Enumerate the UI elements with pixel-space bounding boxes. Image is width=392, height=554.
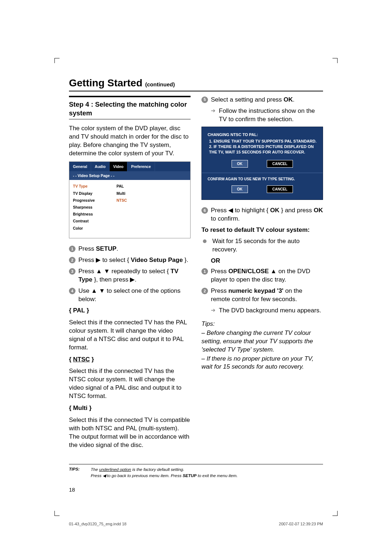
dialog-line2: 2. IF THERE IS A DISTORTED PICTURE DISPL… <box>209 144 317 155</box>
right-column: 5 Select a setting and press OK. ➔ Follo… <box>201 96 323 453</box>
page-title: Getting Started (continued) <box>69 76 323 91</box>
step-text: Select a setting and press <box>211 96 283 103</box>
reset1-pre: Press <box>211 268 228 275</box>
step-body: Use ▲ ▼ to select one of the options bel… <box>78 287 191 304</box>
tips-2: – If there is no proper picture on your … <box>201 355 323 372</box>
step-2: 2Press ▶ to select { Video Setup Page }. <box>69 256 191 264</box>
reset-wait: Wait for 15 seconds for the auto recover… <box>201 237 323 254</box>
option-body: Select this if the connected TV has the … <box>69 319 191 352</box>
arrow-right-icon: ➔ <box>211 107 217 124</box>
step-number-icon: 1 <box>201 268 208 275</box>
cancel-button-2[interactable]: CANCEL <box>267 185 293 193</box>
left-column: Step 4 : Selecting the matching color sy… <box>69 96 191 453</box>
step-number-icon: 5 <box>201 97 208 103</box>
imprint-date: 2007-02-07 12:39:23 PM <box>279 521 323 527</box>
step-number-icon: 1 <box>69 246 75 252</box>
option-body: Select this if the connected TV is compa… <box>69 416 191 450</box>
title-text: Getting Started <box>69 77 142 89</box>
reset-step-1: 1 Press OPEN/CLOSE ▲ on the DVD player t… <box>201 267 323 284</box>
menu-item: Progressive <box>73 197 117 204</box>
step-1: 1Press SETUP. <box>69 245 191 253</box>
tips-block: Tips: – Before changing the current TV c… <box>201 320 323 372</box>
arrow-right-icon: ➔ <box>211 307 217 315</box>
step-3: 3Press ▲ ▼ repeatedly to select { TV Typ… <box>69 267 191 284</box>
menu-item: Color <box>73 225 117 231</box>
ntsc-pal-dialog: CHANGING NTSC TO PAL: 1. ENSURE THAT YOU… <box>201 127 323 200</box>
tab-audio: Audio <box>91 162 110 171</box>
reset-step-2: 2 Press numeric keypad '3' on the remote… <box>201 287 323 304</box>
step-6: 6 Press ◀ to highlight { OK } and press … <box>201 206 323 223</box>
tab-preference: Preference <box>127 162 155 171</box>
ok-bold: OK <box>283 96 293 103</box>
reset-heading: To reset to default TV colour system: <box>201 226 323 234</box>
step-body: Press SETUP. <box>78 245 191 253</box>
step-4: 4Use ▲ ▼ to select one of the options be… <box>69 287 191 304</box>
reset1-bold: OPEN/CLOSE ▲ <box>228 268 277 275</box>
step-number-icon: 2 <box>201 288 208 294</box>
menu-item: Sharpness <box>73 204 117 211</box>
reset2-bold: numeric keypad '3' <box>228 287 283 294</box>
reset2-sub-text: The DVD background menu appears. <box>219 307 321 315</box>
tab-general: General <box>69 162 91 171</box>
menu-item: TV Type <box>73 183 117 190</box>
ok-bold: OK <box>270 207 279 214</box>
crop-mark <box>54 58 60 63</box>
step-5: 5 Select a setting and press OK. <box>201 96 323 104</box>
title-continued: (continued) <box>145 81 175 87</box>
cancel-button[interactable]: CANCEL <box>267 160 293 168</box>
ft-setup-bold: SETUP <box>183 473 196 478</box>
crop-mark <box>54 511 60 516</box>
step-number-icon: 6 <box>201 207 208 214</box>
ok-button-2[interactable]: OK <box>232 185 248 193</box>
ok-bold-2: OK <box>314 207 323 214</box>
step-5-sub-text: Follow the instructions show on the TV t… <box>219 107 323 124</box>
dialog-confirm-text: CONFIRM AGAIN TO USE NEW TV TYPE SETTING… <box>208 177 317 182</box>
bullet-dot-icon <box>203 239 207 243</box>
option-head: { Multi } <box>69 404 191 413</box>
ft-2c: to exit the menu item. <box>197 473 238 478</box>
crop-mark <box>332 511 338 516</box>
dialog-separator <box>202 173 323 173</box>
menu-item: Contrast <box>73 218 117 225</box>
step-5-sub: ➔ Follow the instructions show on the TV… <box>211 107 323 124</box>
ft-underlined: underlined option <box>99 467 131 472</box>
menu-item: Brightness <box>73 211 117 218</box>
step6-text: Press ◀ to highlight { <box>211 207 270 214</box>
step6-post: to confirm. <box>211 215 240 222</box>
menu-item: TV Display <box>73 190 117 197</box>
option-body: Select this if the connected TV has the … <box>69 367 191 401</box>
ft-1b: is the factory default setting. <box>131 467 184 472</box>
step-text-end: . <box>293 96 295 103</box>
tab-video: Video <box>110 162 127 171</box>
step6-mid: } and press <box>279 207 314 214</box>
imprint-file: 01-43_dvp3120_75_eng.indd 18 <box>69 521 126 527</box>
footer-tips-label: TIPS: <box>69 467 91 479</box>
rule <box>69 96 191 97</box>
page-number: 18 <box>69 486 323 493</box>
reset-step-2-sub: ➔ The DVD background menu appears. <box>211 307 323 315</box>
or-label: OR <box>211 257 323 265</box>
crop-mark <box>332 58 338 63</box>
tips-1: – Before changing the current TV colour … <box>201 329 323 354</box>
tips-head: Tips: <box>201 320 323 328</box>
ok-button[interactable]: OK <box>232 160 248 168</box>
ft-2a: Press ◀ to go back to previous menu item… <box>91 473 183 478</box>
ft-1a: The <box>91 467 99 472</box>
step4-heading: Step 4 : Selecting the matching color sy… <box>69 98 191 119</box>
dialog-title: CHANGING NTSC TO PAL: <box>208 132 317 138</box>
intro-paragraph: The color system of the DVD player, disc… <box>69 124 191 158</box>
menu-value: NTSC <box>117 197 127 204</box>
option-head: { NTSC } <box>69 356 191 364</box>
step-number-icon: 3 <box>69 268 75 275</box>
menu-value: PAL <box>117 183 127 190</box>
reset-wait-text: Wait for 15 seconds for the auto recover… <box>212 237 323 254</box>
step-body: Press ▶ to select { Video Setup Page }. <box>78 256 191 264</box>
step-number-icon: 2 <box>69 257 75 263</box>
option-head: { PAL } <box>69 307 191 315</box>
menu-value: Multi <box>117 190 127 197</box>
footer-tips: TIPS: The underlined option is the facto… <box>69 464 323 479</box>
step-number-icon: 4 <box>69 288 75 294</box>
menu-subhead: - - Video Setup Page - - <box>69 171 190 180</box>
reset2-pre: Press <box>211 287 228 294</box>
video-setup-menu: General Audio Video Preference - - Video… <box>69 161 191 239</box>
